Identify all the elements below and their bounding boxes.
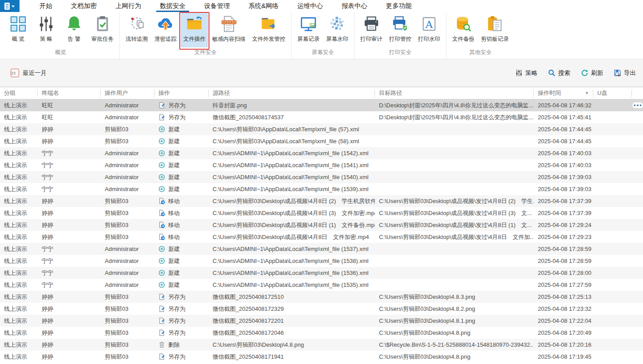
table-row[interactable]: 线上演示婷婷剪辑部03移动C:\Users\剪辑部03\Desktop\成品视频… (0, 195, 643, 207)
ribbon-group-label: 屏幕安全 (295, 47, 351, 59)
table-row[interactable]: 线上演示宁宁Administrator新建C:\Users\ADMINI~1\A… (0, 243, 643, 255)
ribbon-button-文件外发管控[interactable]: 文件外发管控 (249, 13, 288, 47)
table-row[interactable]: 线上演示婷婷剪辑部03新建C:\Users\剪辑部03\AppData\Loca… (0, 135, 643, 147)
table-row[interactable]: 线上演示旺旺Administrator另存为抖音封面.pngD:\Desktop… (0, 99, 643, 111)
column-header-dst[interactable]: 目标路径 (375, 90, 534, 97)
cell-operation: 另存为 (154, 327, 209, 339)
tab-上网行为[interactable]: 上网行为 (106, 0, 150, 12)
cell-target-path (375, 279, 534, 291)
cell-group: 线上演示 (0, 207, 38, 219)
table-row[interactable]: 线上演示宁宁Administrator新建C:\Users\ADMINI~1\A… (0, 159, 643, 171)
cell-source-path: C:\Users\ADMINI~1\AppData\Local\Temp\xml… (209, 147, 375, 159)
db-backup-icon (455, 16, 472, 32)
table-row[interactable]: 线上演示宁宁Administrator新建C:\Users\ADMINI~1\A… (0, 267, 643, 279)
cell-group: 线上演示 (0, 159, 38, 171)
ribbon-button-告警[interactable]: 告 警 (61, 13, 87, 47)
action-搜索[interactable]: 搜索 (548, 69, 570, 77)
tab-开始[interactable]: 开始 (30, 0, 62, 12)
ribbon-button-屏幕水印[interactable]: 屏幕水印 (323, 13, 351, 47)
tab-系统&网络[interactable]: 系统&网络 (239, 0, 288, 12)
action-刷新[interactable]: 刷新 (581, 69, 603, 77)
cell-usb (593, 171, 632, 183)
ribbon-button-概览[interactable]: 概 览 (5, 13, 32, 47)
table-row[interactable]: 线上演示婷婷剪辑部03移动C:\Users\剪辑部03\Desktop\成品视频… (0, 207, 643, 219)
table-row[interactable]: 线上演示婷婷剪辑部03另存为微信截图_20250408171941C:\User… (0, 351, 643, 363)
cell-group: 线上演示 (0, 315, 38, 327)
ribbon-button-打印审计[interactable]: 打印审计 (358, 13, 385, 47)
table-row[interactable]: 线上演示婷婷剪辑部03另存为微信截图_20250408172329C:\User… (0, 303, 643, 315)
cell-operator-user: 剪辑部03 (101, 339, 154, 351)
table-row[interactable]: 线上演示婷婷剪辑部03移动C:\Users\剪辑部03\Desktop\成品视频… (0, 231, 643, 243)
cell-terminal-name: 旺旺 (38, 99, 101, 111)
action-策略[interactable]: 策略 (515, 69, 537, 77)
cell-row-actions (632, 147, 643, 159)
cell-operator-user: Administrator (101, 267, 154, 279)
table-row[interactable]: 线上演示旺旺Administrator另存为微信截图_2025040817453… (0, 111, 643, 123)
ribbon-button-屏幕记录[interactable]: 屏幕记录 (295, 13, 322, 47)
table-row[interactable]: 线上演示宁宁Administrator新建C:\Users\ADMINI~1\A… (0, 255, 643, 267)
column-header-op[interactable]: 操作 (154, 90, 209, 97)
more-actions-button[interactable] (632, 102, 643, 108)
tab-更多功能[interactable]: 更多功能 (377, 0, 421, 12)
cell-usb (593, 135, 632, 147)
ribbon-button-文件备份[interactable]: 文件备份 (450, 13, 477, 47)
cell-usb (593, 255, 632, 267)
bell-icon (66, 16, 83, 32)
cell-usb (593, 231, 632, 243)
column-header-user[interactable]: 操作用户 (101, 90, 154, 97)
ribbon-button-策略[interactable]: 策 略 (33, 13, 59, 47)
tab-报表中心[interactable]: 报表中心 (332, 0, 377, 12)
column-header-src[interactable]: 源路径 (209, 90, 375, 97)
ribbon-button-打印水印[interactable]: A打印水印 (415, 13, 443, 47)
table-row[interactable]: 线上演示婷婷剪辑部03移动C:\Users\剪辑部03\Desktop\成品视频… (0, 219, 643, 231)
cell-operator-user: 剪辑部03 (101, 315, 154, 327)
table-row[interactable]: 线上演示宁宁Administrator新建C:\Users\ADMINI~1\A… (0, 147, 643, 159)
table-row[interactable]: 线上演示婷婷剪辑部03另存为微信截图_20250408172510C:\User… (0, 291, 643, 303)
tab-运维中心[interactable]: 运维中心 (288, 0, 332, 12)
app-menu-button[interactable] (0, 0, 20, 12)
cell-terminal-name: 宁宁 (38, 147, 101, 159)
ribbon-button-文件操作[interactable]: 文件操作 (181, 13, 208, 47)
date-range-filter[interactable]: 23 最近一月 (11, 69, 47, 77)
column-header-time[interactable]: 操作时间▼ (534, 90, 593, 97)
cell-terminal-name: 婷婷 (38, 123, 101, 135)
ribbon-button-敏感内容扫描[interactable]: 敏感内容扫描 (209, 13, 248, 47)
ribbon-button-泄密追踪[interactable]: 泄密追踪 (152, 13, 179, 47)
ribbon-button-审批任务[interactable]: 审批任务 (89, 13, 116, 47)
cell-operator-user: Administrator (101, 243, 154, 255)
tab-数据安全[interactable]: 数据安全 (150, 0, 195, 12)
table-row[interactable]: 线上演示宁宁Administrator新建C:\Users\ADMINI~1\A… (0, 171, 643, 183)
action-导出[interactable]: 导出 (614, 69, 636, 77)
sort-desc-icon[interactable]: ▼ (585, 91, 589, 95)
cell-source-path: C:\Users\剪辑部03\Desktop\成品视频\4月8日 (3) 文件加… (209, 207, 375, 219)
grid-overview-icon (10, 16, 27, 32)
cell-group: 线上演示 (0, 255, 38, 267)
cell-target-path (375, 159, 534, 171)
cloud-leak-icon (157, 16, 174, 32)
table-row[interactable]: 线上演示宁宁Administrator新建C:\Users\ADMINI~1\A… (0, 183, 643, 195)
ribbon-button-流转追溯[interactable]: 流转追溯 (123, 13, 150, 47)
cell-source-path: 微信截图_20250408174537 (209, 111, 375, 123)
cell-operation: 新建 (154, 159, 209, 171)
sliders-icon (38, 16, 55, 32)
column-header-group[interactable]: 分组 (0, 90, 38, 97)
cell-usb (593, 195, 632, 207)
cell-terminal-name: 宁宁 (38, 255, 101, 267)
table-row[interactable]: 线上演示婷婷剪辑部03删除C:\Users\剪辑部03\Desktop\4.8.… (0, 339, 643, 351)
table-row[interactable]: 线上演示婷婷剪辑部03另存为微信截图_20250408172201C:\User… (0, 315, 643, 327)
printer-shield-icon (392, 16, 409, 32)
doc-scan-icon (221, 16, 237, 32)
column-header-usb[interactable]: U盘 (593, 90, 632, 97)
tab-文档加密[interactable]: 文档加密 (62, 0, 106, 12)
table-row[interactable]: 线上演示婷婷剪辑部03另存为微信截图_20250408172046C:\User… (0, 327, 643, 339)
tab-设备管理[interactable]: 设备管理 (195, 0, 239, 12)
ribbon-button-打印管控[interactable]: 打印管控 (387, 13, 414, 47)
table-body: 线上演示旺旺Administrator另存为抖音封面.pngD:\Desktop… (0, 99, 643, 363)
ribbon-group: 文件备份剪切板记录其他安全 (446, 12, 515, 59)
ribbon-button-剪切板记录[interactable]: 剪切板记录 (478, 13, 512, 47)
table-row[interactable]: 线上演示宁宁Administrator新建C:\Users\ADMINI~1\A… (0, 279, 643, 291)
column-header-terminal[interactable]: 终端名 (38, 90, 101, 97)
cell-operator-user: 剪辑部03 (101, 291, 154, 303)
table-row[interactable]: 线上演示婷婷剪辑部03新建C:\Users\剪辑部03\AppData\Loca… (0, 123, 643, 135)
cell-target-path: D:\Desktop\封面\2025年\四月\4.8\你见过这么变态的电脑监..… (375, 111, 534, 123)
